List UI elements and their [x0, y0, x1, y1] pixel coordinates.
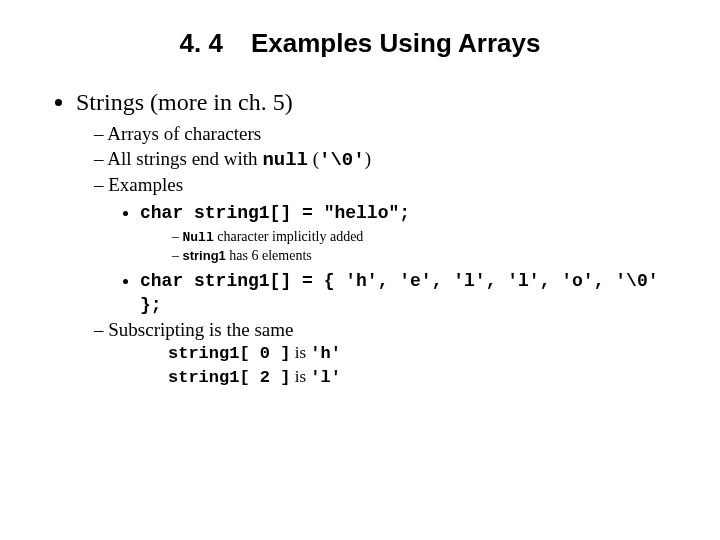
example-1-note-2: string1 has 6 elements	[172, 247, 680, 265]
code-null: null	[262, 149, 308, 171]
code-string1: string1	[183, 248, 226, 263]
sub-examples: Examples char string1[] = "hello"; Null …	[94, 173, 680, 318]
heading-title: Examples Using Arrays	[251, 28, 541, 59]
example-1: char string1[] = "hello"; Null character…	[140, 201, 680, 264]
heading-number: 4. 4	[180, 28, 223, 59]
code: 'h'	[310, 344, 341, 363]
t: All strings end with	[107, 148, 262, 169]
code-null-word: Null	[183, 230, 214, 245]
sub-examples-text: Examples	[108, 174, 183, 195]
bullet-strings: Strings (more in ch. 5) Arrays of charac…	[76, 87, 680, 390]
t: is	[290, 343, 310, 362]
t: has 6 elements	[226, 248, 312, 263]
slide-heading: 4. 4 Examples Using Arrays	[40, 28, 680, 59]
code: string1[ 2 ]	[168, 368, 290, 387]
code: 'l'	[310, 368, 341, 387]
example-1-note-1: Null character implicitly added	[172, 228, 680, 247]
example-2-code: char string1[] = { 'h', 'e', 'l', 'l', '…	[140, 271, 658, 315]
t: is	[290, 367, 310, 386]
sub-arrays-of-chars-text: Arrays of characters	[107, 123, 261, 144]
bullet-list: Strings (more in ch. 5) Arrays of charac…	[40, 87, 680, 390]
code: string1[ 0 ]	[168, 344, 290, 363]
slide: 4. 4 Examples Using Arrays Strings (more…	[0, 0, 720, 390]
bullet-strings-text: Strings (more in ch. 5)	[76, 89, 293, 115]
sub-subscripting: Subscripting is the same string1[ 0 ] is…	[94, 318, 680, 391]
subscript-line-1: string1[ 0 ] is 'h'	[168, 342, 680, 366]
example-2: char string1[] = { 'h', 'e', 'l', 'l', '…	[140, 269, 680, 318]
sub-null-terminator: All strings end with null ('\0')	[94, 147, 680, 173]
sub-arrays-of-chars: Arrays of characters	[94, 122, 680, 147]
t: character implicitly added	[214, 229, 364, 244]
example-1-code: char string1[] = "hello";	[140, 203, 410, 223]
t: )	[365, 148, 371, 169]
t: (	[308, 148, 319, 169]
code-null-char: '\0'	[319, 149, 365, 171]
subscript-line-2: string1[ 2 ] is 'l'	[168, 366, 680, 390]
sub-subscripting-text: Subscripting is the same	[108, 319, 293, 340]
